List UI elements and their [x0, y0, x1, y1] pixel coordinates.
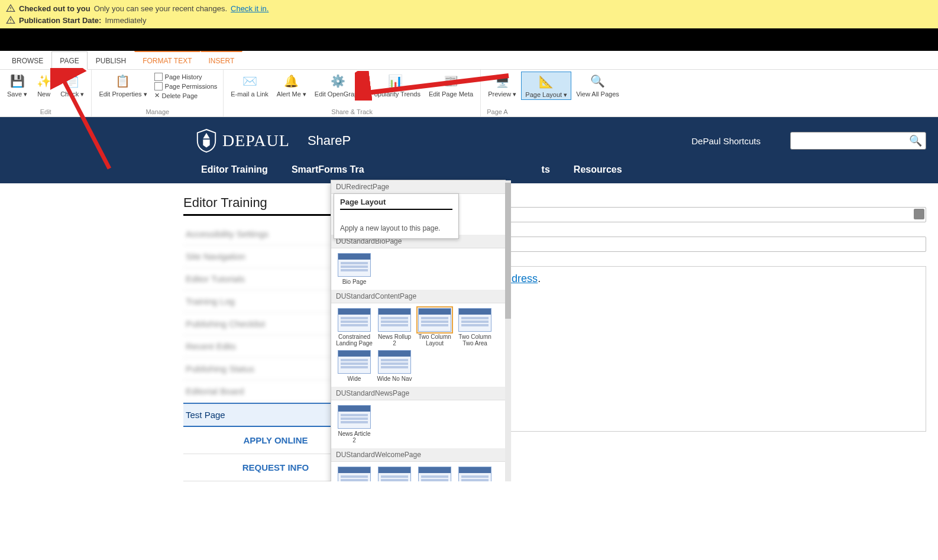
tab-publish[interactable]: PUBLISH — [88, 51, 134, 69]
check-it-in-link[interactable]: Check it in. — [231, 4, 269, 13]
notif-checked-sub: Only you can see your recent changes. — [94, 4, 227, 13]
page-permissions-button[interactable]: Page Permissions — [154, 82, 218, 90]
edit-page-meta-button[interactable]: 📰Edit Page Meta — [425, 72, 477, 99]
layout-wide[interactable]: Wide — [336, 350, 373, 382]
layout-news-article[interactable]: News Article 2 — [336, 405, 373, 444]
notif-checked-label: Checked out to you — [19, 4, 90, 13]
tooltip-desc: Apply a new layout to this page. — [340, 224, 452, 232]
notif-pubdate: Publication Start Date: Immediately — [6, 14, 932, 26]
new-button[interactable]: ✨New — [32, 72, 56, 99]
preview-icon: 🖥️ — [494, 73, 510, 89]
depaul-shield-icon — [195, 128, 218, 153]
layout-icon: 📐 — [538, 73, 555, 90]
page-layout-tooltip: Page Layout Apply a new layout to this p… — [334, 193, 459, 239]
notif-pub-label: Publication Start Date: — [19, 16, 101, 25]
search-input[interactable] — [794, 136, 909, 145]
alert-me-button[interactable]: 🔔Alert Me ▾ — [273, 72, 310, 99]
ribbon-tabs: BROWSE PAGE PUBLISH FORMAT TEXT INSERT — [0, 51, 938, 70]
tab-format-text[interactable]: FORMAT TEXT — [134, 51, 200, 69]
brand-text: DEPAUL — [222, 131, 290, 150]
layout-two-column-two-area[interactable]: Two Column Two Area — [457, 308, 493, 347]
tab-page[interactable]: PAGE — [51, 51, 87, 70]
preview-button[interactable]: 🖥️Preview ▾ — [484, 72, 520, 100]
group-edit: 💾Save ▾ ✨New 📄Check ▾ Edit — [0, 70, 92, 116]
notif-checkedout: Checked out to you Only you can see your… — [6, 2, 932, 14]
check-button[interactable]: 📄Check ▾ — [57, 72, 88, 99]
edit-properties-button[interactable]: 📋Edit Properties ▾ — [95, 72, 150, 101]
dropdown-scrollbar[interactable] — [505, 180, 511, 481]
group-share-label: Share & Track — [227, 108, 477, 116]
view-all-pages-button[interactable]: 🔍View All Pages — [572, 72, 623, 100]
save-button[interactable]: 💾Save ▾ — [4, 72, 31, 99]
tab-insert[interactable]: INSERT — [200, 51, 243, 69]
tab-browse[interactable]: BROWSE — [4, 51, 51, 69]
save-icon: 💾 — [9, 73, 25, 89]
delete-icon: ✕ — [154, 92, 160, 99]
site-header: DEPAUL ShareP DePaul Shortcuts 🔍 — [0, 117, 938, 164]
trends-icon: 📊 — [387, 73, 403, 89]
search-icon[interactable]: 🔍 — [909, 134, 922, 147]
ribbon: 💾Save ▾ ✨New 📄Check ▾ Edit 📋Edit Propert… — [0, 70, 938, 117]
page-history-button[interactable]: Page History — [154, 73, 218, 81]
nav-item-partial[interactable]: ts — [542, 164, 550, 175]
group-page-actions: 🖥️Preview ▾ 📐Page Layout ▾ 🔍View All Pag… — [481, 70, 626, 116]
section-welcome: DUStandardWelcomePage — [331, 448, 505, 462]
delete-page-button[interactable]: ✕Delete Page — [154, 92, 218, 99]
properties-icon: 📋 — [115, 73, 131, 89]
notif-pub-value: Immediately — [105, 16, 146, 25]
section-redirect: DURedirectPage — [331, 180, 505, 194]
meta-icon: 📰 — [443, 73, 460, 89]
new-icon: ✨ — [35, 73, 52, 89]
layout-constrained-landing[interactable]: Constrained Landing Page — [336, 308, 373, 347]
opengraph-icon: ⚙️ — [330, 73, 347, 89]
group-edit-label: Edit — [4, 108, 88, 116]
layout-news-rollup[interactable]: News Rollup 2 — [376, 308, 413, 347]
group-manage-label: Manage — [95, 108, 219, 116]
nav-resources[interactable]: Resources — [574, 164, 622, 175]
email-link-button[interactable]: ✉️E-mail a Link — [227, 72, 272, 99]
layout-home-2[interactable]: Home Page 2 — [376, 467, 413, 481]
section-content: DUStandardContentPage — [331, 290, 505, 303]
group-page-actions-label: Page A — [484, 108, 623, 116]
nav-smartforms[interactable]: SmartForms Tra — [292, 164, 364, 175]
notification-bar: Checked out to you Only you can see your… — [0, 0, 938, 28]
layout-home-1[interactable]: Home Page 1 — [336, 467, 373, 481]
black-strip — [0, 28, 938, 51]
layout-bio-page[interactable]: Bio Page — [336, 253, 373, 285]
tooltip-title: Page Layout — [340, 198, 452, 210]
nav-editor-training[interactable]: Editor Training — [201, 164, 268, 175]
permissions-icon — [154, 82, 163, 90]
alert-icon: 🔔 — [283, 73, 300, 89]
layout-home-4[interactable]: Home Page 4 — [457, 467, 493, 481]
page-layout-dropdown[interactable]: DURedirectPage Page Layout Apply a new l… — [331, 180, 506, 481]
layout-wide-no-nav[interactable]: Wide No Nav — [376, 350, 413, 382]
warning-icon — [6, 15, 15, 25]
edit-opengraph-button[interactable]: ⚙️Edit OpenGraph — [311, 72, 366, 99]
site-subtitle: ShareP — [308, 133, 351, 148]
history-icon — [154, 73, 163, 81]
group-manage: 📋Edit Properties ▾ Page History Page Per… — [92, 70, 224, 116]
layout-home-3[interactable]: Home Page 3 — [416, 467, 453, 481]
section-news: DUStandardNewsPage — [331, 387, 505, 400]
field-handle-icon[interactable] — [914, 209, 924, 219]
depaul-shortcuts-link[interactable]: DePaul Shortcuts — [691, 136, 761, 146]
page-layout-button[interactable]: 📐Page Layout ▾ — [521, 72, 571, 100]
search-box[interactable]: 🔍 — [790, 132, 926, 150]
check-icon: 📄 — [64, 73, 80, 89]
logo-area: DEPAUL — [195, 128, 290, 153]
email-icon: ✉️ — [241, 73, 258, 89]
view-all-icon: 🔍 — [589, 73, 606, 89]
group-share-track: ✉️E-mail a Link 🔔Alert Me ▾ ⚙️Edit OpenG… — [224, 70, 481, 116]
warning-icon — [6, 4, 15, 13]
layout-two-column[interactable]: Two Column Layout — [416, 308, 453, 347]
popularity-trends-button[interactable]: 📊Popularity Trends — [366, 72, 424, 99]
